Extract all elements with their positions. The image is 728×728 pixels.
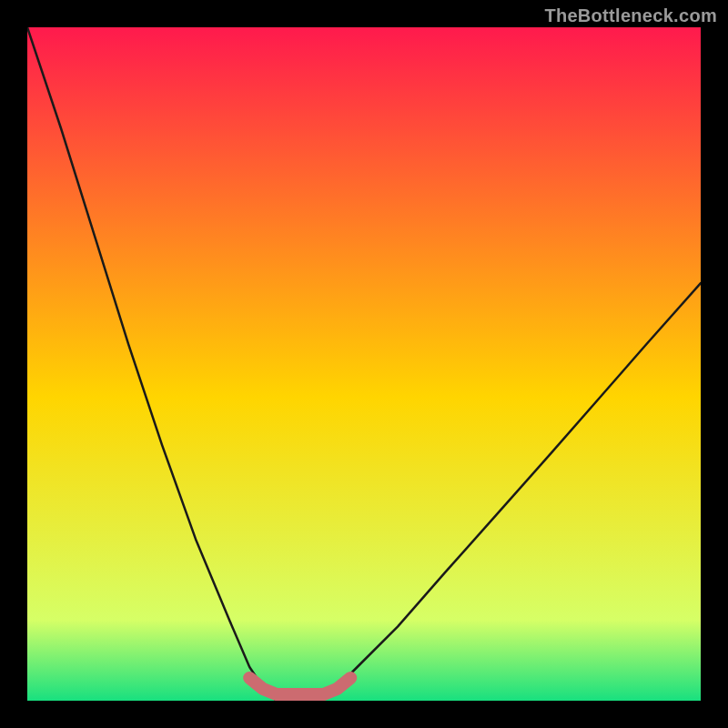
gradient-background — [27, 27, 701, 701]
watermark-text: TheBottleneck.com — [544, 5, 717, 26]
chart-frame: TheBottleneck.com — [0, 0, 728, 728]
bottleneck-plot — [27, 27, 701, 701]
